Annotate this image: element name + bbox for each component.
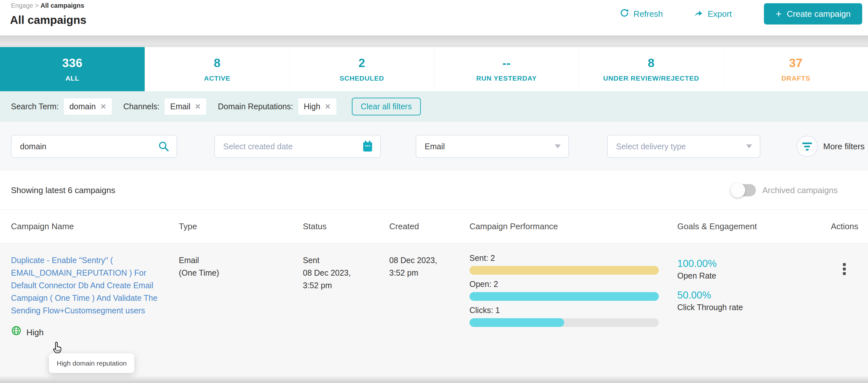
- channel-select[interactable]: Email: [415, 135, 569, 158]
- created-date-field-wrapper: [214, 135, 381, 158]
- perf-sent-bar: [469, 266, 659, 275]
- filter-channels: Channels: Email ✕: [123, 98, 207, 115]
- filter-search-term-chip: domain ✕: [64, 98, 112, 115]
- search-input[interactable]: [11, 136, 177, 157]
- open-rate-label: Open Rate: [677, 272, 815, 280]
- breadcrumb: Engage > All campaigns: [11, 2, 84, 9]
- tab-scheduled[interactable]: 2 SCHEDULED: [289, 47, 434, 91]
- type-channel: Email: [179, 254, 303, 267]
- toggle-knob: [731, 183, 745, 198]
- perf-open-bar: [469, 292, 659, 301]
- filter-search-term-value: domain: [69, 102, 96, 111]
- created-date-input[interactable]: [215, 136, 380, 157]
- refresh-label: Refresh: [633, 9, 663, 19]
- cell-performance: Sent: 2 Open: 2 Clicks: 1: [469, 244, 677, 383]
- col-created: Created: [389, 210, 469, 243]
- col-status: Status: [303, 210, 389, 243]
- globe-icon: [11, 325, 22, 340]
- clear-all-filters-button[interactable]: Clear all filters: [352, 98, 421, 115]
- tab-scheduled-label: SCHEDULED: [340, 75, 384, 82]
- tab-active[interactable]: 8 ACTIVE: [145, 47, 289, 91]
- tab-all-label: ALL: [65, 75, 79, 82]
- filter-channels-label: Channels:: [123, 102, 160, 111]
- plus-icon: +: [776, 9, 782, 19]
- header-actions: Refresh Export + Create campaign: [620, 3, 862, 25]
- chevron-down-icon: [746, 144, 752, 148]
- page-header: Engage > All campaigns All campaigns Ref…: [0, 0, 868, 35]
- filter-inputs-row: Email Select delivery type More filters: [0, 122, 868, 171]
- cell-status: Sent 08 Dec 2023, 3:52 pm: [303, 244, 389, 383]
- breadcrumb-current: All campaigns: [40, 2, 85, 9]
- refresh-button[interactable]: Refresh: [620, 8, 663, 20]
- cell-goals: 100.00% Open Rate 50.00% Click Through r…: [677, 244, 815, 383]
- applied-filters-bar: Search Term: domain ✕ Channels: Email ✕ …: [0, 91, 868, 122]
- export-icon: [694, 8, 703, 20]
- status-tab-bar: 336 ALL 8 ACTIVE 2 SCHEDULED -- RUN YEST…: [0, 47, 868, 91]
- goal-click-through: 50.00% Click Through rate: [677, 290, 815, 312]
- filter-domain-reputation-value: High: [304, 102, 320, 111]
- search-icon: [158, 141, 169, 152]
- col-type: Type: [179, 210, 303, 243]
- export-button[interactable]: Export: [694, 8, 732, 20]
- more-filters-button[interactable]: More filters: [797, 136, 865, 157]
- col-goals-engagement: Goals & Engagement: [677, 210, 815, 243]
- archived-toggle-group: Archived campaigns: [732, 184, 838, 196]
- filter-domain-reputation-chip: High ✕: [298, 98, 336, 115]
- channel-select-value: Email: [425, 142, 445, 151]
- col-campaign-name: Campaign Name: [0, 210, 179, 243]
- perf-clicks-bar: [469, 318, 659, 327]
- create-campaign-button[interactable]: + Create campaign: [764, 3, 862, 25]
- delivery-type-placeholder: Select delivery type: [616, 142, 686, 151]
- status-date: 08 Dec 2023,: [303, 267, 389, 279]
- filter-funnel-icon: [797, 136, 818, 157]
- more-filters-label: More filters: [823, 142, 865, 151]
- click-through-label: Click Through rate: [677, 303, 815, 312]
- domain-reputation-badge[interactable]: High: [11, 325, 165, 340]
- filter-search-term: Search Term: domain ✕: [11, 98, 112, 115]
- remove-domain-reputation-icon[interactable]: ✕: [325, 102, 331, 111]
- archived-campaigns-toggle[interactable]: [732, 184, 756, 196]
- status-state: Sent: [303, 254, 389, 267]
- tab-run-yesterday-count: --: [502, 56, 511, 70]
- tab-under-review-count: 8: [648, 56, 654, 70]
- type-frequency: (One Time): [179, 267, 303, 279]
- goal-open-rate: 100.00% Open Rate: [677, 259, 815, 280]
- perf-sent-label: Sent: 2: [469, 254, 677, 262]
- cell-type: Email (One Time): [179, 244, 303, 383]
- cursor-hand-icon: [50, 341, 64, 357]
- tab-active-label: ACTIVE: [204, 75, 230, 82]
- archived-campaigns-label: Archived campaigns: [762, 185, 838, 195]
- calendar-icon: [362, 141, 373, 152]
- breadcrumb-parent[interactable]: Engage: [11, 2, 33, 9]
- remove-search-term-icon[interactable]: ✕: [100, 102, 106, 111]
- tab-all-count: 336: [62, 56, 83, 70]
- tab-all[interactable]: 336 ALL: [0, 47, 145, 91]
- showing-count-text: Showing latest 6 campaigns: [11, 185, 115, 195]
- chevron-down-icon: [555, 144, 561, 148]
- tab-under-review[interactable]: 8 UNDER REVIEW/REJECTED: [579, 47, 723, 91]
- col-actions: Actions: [815, 210, 868, 243]
- col-campaign-performance: Campaign Performance: [469, 210, 677, 243]
- tab-run-yesterday[interactable]: -- RUN YESTERDAY: [434, 47, 579, 91]
- tab-active-count: 8: [214, 56, 220, 70]
- row-actions-menu-button[interactable]: [843, 263, 846, 275]
- click-through-value: 50.00%: [677, 290, 815, 300]
- campaign-name-link[interactable]: Duplicate - Enable "Sentry" ( EMAIL_DOMA…: [11, 254, 165, 317]
- perf-clicks-label: Clicks: 1: [469, 306, 677, 314]
- list-meta-row: Showing latest 6 campaigns Archived camp…: [0, 171, 868, 210]
- refresh-icon: [620, 8, 629, 20]
- filter-search-term-label: Search Term:: [11, 102, 59, 111]
- create-campaign-label: Create campaign: [787, 9, 850, 19]
- tab-scheduled-count: 2: [358, 56, 365, 70]
- cell-created: 08 Dec 2023, 3:52 pm: [389, 244, 469, 383]
- domain-reputation-text: High: [26, 326, 43, 339]
- remove-channels-icon[interactable]: ✕: [195, 102, 201, 111]
- tab-drafts-label: DRAFTS: [781, 75, 810, 82]
- breadcrumb-separator: >: [35, 2, 39, 9]
- perf-open-label: Open: 2: [469, 280, 677, 288]
- filter-domain-reputation: Domain Reputations: High ✕: [218, 98, 336, 115]
- header-divider-strip: [0, 35, 868, 47]
- bottom-scroll-fade: [0, 375, 868, 383]
- tab-drafts[interactable]: 37 DRAFTS: [723, 47, 868, 91]
- delivery-type-select[interactable]: Select delivery type: [607, 135, 761, 158]
